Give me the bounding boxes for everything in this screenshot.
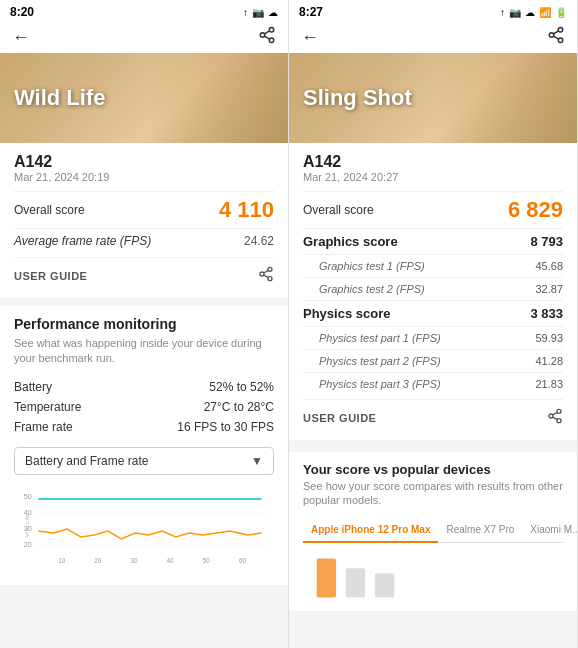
overall-score-value-left: 4 110 [219,197,274,223]
popular-card: Your score vs popular devices See how yo… [289,452,577,611]
overall-score-row-right: Overall score 6 829 [303,191,563,228]
tab-iphone12promax[interactable]: Apple iPhone 12 Pro Max [303,518,438,543]
popular-desc: See how your score compares with results… [303,479,563,508]
content-left: A142 Mar 21, 2024 20:19 Overall score 4 … [0,143,288,648]
perf-title-left: Performance monitoring [14,316,274,332]
device-date-right: Mar 21, 2024 20:27 [303,171,563,183]
framerate-value: 16 FPS to 30 FPS [177,420,274,434]
svg-text:50: 50 [24,491,32,500]
cloud-icon-right: ☁ [525,7,535,18]
camera-icon: 📷 [252,7,264,18]
physics-test3-row: Physics test part 3 (FPS) 21.83 [303,372,563,395]
battery-icon-right: 🔋 [555,7,567,18]
score-card-right: A142 Mar 21, 2024 20:27 Overall score 6 … [289,143,577,440]
share-button-left[interactable] [258,26,276,49]
divider-right-1 [289,444,577,448]
device-tabs: Apple iPhone 12 Pro Max Realme X7 Pro Xi… [303,518,563,543]
svg-text:50: 50 [203,556,210,563]
svg-point-5 [268,267,272,271]
performance-chart: 50 40 30 20 10 20 [22,487,266,567]
battery-stat: Battery 52% to 52% [14,377,274,397]
physics-score-row: Physics score 3 833 [303,300,563,326]
graphics-score-label: Graphics score [303,234,398,249]
dropdown-battery-framerate[interactable]: Battery and Frame rate ▼ [14,447,274,475]
physics-test3-label: Physics test part 3 (FPS) [319,378,441,390]
svg-point-25 [558,28,563,33]
physics-test2-value: 41.28 [535,355,563,367]
temp-value: 27°C to 28°C [204,400,274,414]
wifi-icon-right: 📶 [539,7,551,18]
graphics-test1-value: 45.68 [535,260,563,272]
graphics-test2-row: Graphics test 2 (FPS) 32.87 [303,277,563,300]
graphics-score-value: 8 793 [530,234,563,249]
camera-icon-right: 📷 [509,7,521,18]
overall-score-label-left: Overall score [14,203,85,217]
battery-value: 52% to 52% [209,380,274,394]
graphics-score-row: Graphics score 8 793 [303,228,563,254]
temp-label: Temperature [14,400,81,414]
graphics-test2-label: Graphics test 2 (FPS) [319,283,425,295]
overall-value-right: 6 829 [508,197,563,223]
user-guide-row-right: USER GUIDE [303,399,563,432]
user-guide-label-left: USER GUIDE [14,270,87,282]
svg-text:30: 30 [130,556,137,563]
svg-line-9 [264,270,269,273]
svg-text:20: 20 [94,556,101,563]
tab-xiaomi[interactable]: Xiaomi M... [522,518,577,542]
physics-test2-label: Physics test part 2 (FPS) [319,355,441,367]
overall-label-right: Overall score [303,203,374,217]
svg-point-0 [269,28,274,33]
svg-rect-35 [317,558,336,597]
avg-fps-row-left: Average frame rate (FPS) 24.62 [14,228,274,253]
hero-title-right: Sling Shot [289,77,426,119]
svg-point-26 [549,33,554,38]
temp-stat: Temperature 27°C to 28°C [14,397,274,417]
svg-text:60: 60 [239,556,246,563]
svg-point-7 [268,277,272,281]
upload-icon: ↑ [243,7,248,18]
time-left: 8:20 [10,5,34,19]
hero-title-left: Wild Life [0,77,119,119]
user-guide-share-icon-left[interactable] [258,266,274,286]
left-panel: 8:20 ↑ 📷 ☁ ← Wild Life A142 Mar 21, 2024… [0,0,289,648]
chevron-down-icon: ▼ [251,454,263,468]
physics-test1-label: Physics test part 1 (FPS) [319,332,441,344]
chart-area-left: 50 40 30 20 10 20 [14,479,274,575]
status-bar-right: 8:27 ↑ 📷 ☁ 📶 🔋 [289,0,577,22]
svg-point-6 [260,272,264,276]
device-date-left: Mar 21, 2024 20:19 [14,171,274,183]
cloud-icon: ☁ [268,7,278,18]
popular-title: Your score vs popular devices [303,462,563,477]
svg-rect-36 [346,568,365,597]
svg-line-3 [264,36,269,39]
back-button-left[interactable]: ← [12,27,30,48]
perf-card-left: Performance monitoring See what was happ… [0,306,288,585]
user-guide-share-icon-right[interactable] [547,408,563,428]
svg-point-27 [558,38,563,43]
tab-realmex7pro[interactable]: Realme X7 Pro [438,518,522,542]
overall-score-row-left: Overall score 4 110 [14,191,274,228]
physics-test1-value: 59.93 [535,332,563,344]
physics-test1-row: Physics test part 1 (FPS) 59.93 [303,326,563,349]
share-button-right[interactable] [547,26,565,49]
hero-left: Wild Life [0,53,288,143]
svg-point-2 [269,38,274,43]
right-panel: 8:27 ↑ 📷 ☁ 📶 🔋 ← Sling Shot A142 Mar 21,… [289,0,578,648]
status-icons-right: ↑ 📷 ☁ 📶 🔋 [500,7,567,18]
back-button-right[interactable]: ← [301,27,319,48]
svg-rect-37 [375,573,394,597]
svg-line-33 [553,417,558,420]
user-guide-row-left: USER GUIDE [14,257,274,290]
battery-label: Battery [14,380,52,394]
header-bar-left: ← [0,22,288,53]
svg-text:40: 40 [167,556,174,563]
svg-line-29 [553,31,558,34]
framerate-stat: Frame rate 16 FPS to 30 FPS [14,417,274,437]
user-guide-label-right: USER GUIDE [303,412,376,424]
svg-line-8 [264,275,269,278]
svg-line-4 [264,31,269,34]
framerate-label: Frame rate [14,420,73,434]
upload-icon-right: ↑ [500,7,505,18]
perf-desc-left: See what was happening inside your devic… [14,336,274,367]
header-bar-right: ← [289,22,577,53]
